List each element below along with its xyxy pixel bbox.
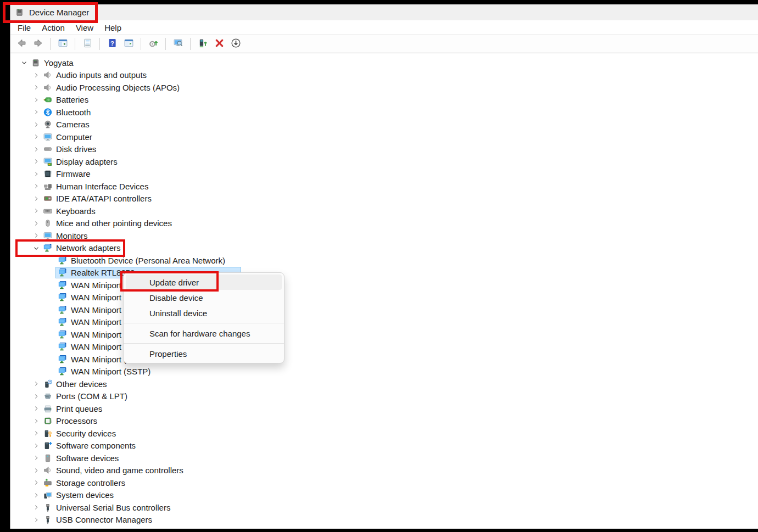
chevron-right-icon[interactable] (32, 516, 41, 524)
menu-file[interactable]: File (12, 22, 36, 33)
tree-item-processors[interactable]: Processors (10, 415, 758, 428)
tree-item-ide-ata-atapi-controllers[interactable]: IDE ATA/ATAPI controllers (10, 193, 758, 205)
chevron-right-icon[interactable] (32, 503, 41, 512)
chevron-right-icon[interactable] (32, 206, 41, 215)
tree-item-label: Yogyata (44, 58, 74, 68)
toolbar-update-driver-software-button[interactable] (146, 37, 160, 51)
tree-item-storage-controllers[interactable]: Storage controllers (10, 477, 758, 489)
toolbar-uninstall-device-button[interactable] (212, 37, 226, 51)
tree-item-software-devices[interactable]: Software devices (10, 452, 758, 464)
chevron-right-icon[interactable] (32, 466, 41, 475)
chevron-right-icon[interactable] (32, 157, 41, 166)
tree-item-keyboards[interactable]: Keyboards (10, 205, 758, 217)
tree-item-monitors[interactable]: Monitors (10, 229, 758, 242)
tree-item-security-devices[interactable]: Security devices (10, 427, 758, 440)
context-menu-item-scan-for-hardware-changes[interactable]: Scan for hardware changes (124, 326, 284, 341)
tree-item-firmware[interactable]: Firmware (10, 168, 758, 181)
chevron-right-icon[interactable] (32, 145, 41, 154)
toolbar-separator (190, 38, 191, 50)
chevron-right-icon[interactable] (32, 379, 41, 388)
tree-item-disk-drives[interactable]: Disk drives (10, 143, 758, 156)
context-menu-item-update-driver[interactable]: Update driver (126, 275, 282, 290)
network-icon (58, 305, 68, 315)
chevron-right-icon[interactable] (32, 132, 41, 141)
tree-item-ports-com-lpt[interactable]: Ports (COM & LPT) (10, 390, 758, 403)
tree-item-network-adapters[interactable]: Network adapters (10, 242, 758, 255)
chevron-right-icon[interactable] (32, 96, 41, 104)
menu-action[interactable]: Action (36, 22, 70, 33)
tree-item-other-devices[interactable]: ? Other devices (10, 378, 758, 390)
tree-item-batteries[interactable]: Batteries (10, 94, 758, 107)
tree-item-audio-inputs-and-outputs[interactable]: Audio inputs and outputs (10, 69, 758, 82)
tree-item-mice-and-other-pointing-devices[interactable]: Mice and other pointing devices (10, 217, 758, 230)
network-icon (58, 268, 68, 277)
uninstall-device-icon (214, 38, 225, 51)
toolbar-scan-for-hardware-changes-button[interactable] (171, 37, 185, 51)
keyboard-icon (43, 206, 53, 216)
chevron-down-icon[interactable] (32, 244, 41, 253)
tree-item-label: Network adapters (56, 243, 121, 253)
chevron-right-icon[interactable] (32, 392, 41, 401)
update-driver-software-icon (148, 38, 159, 51)
tree-item-software-components[interactable]: Software components (10, 440, 758, 452)
chevron-right-icon[interactable] (32, 194, 41, 203)
chevron-right-icon[interactable] (32, 120, 41, 129)
chevron-right-icon[interactable] (32, 71, 41, 80)
toolbar-forward-button[interactable] (31, 37, 45, 51)
context-menu-item-disable-device[interactable]: Disable device (124, 290, 284, 305)
tree-item-label: USB Connector Managers (56, 515, 152, 524)
tree-item-yogyata[interactable]: Yogyata (10, 57, 758, 69)
tree-item-label: Universal Serial Bus controllers (56, 503, 170, 512)
tree-item-human-interface-devices[interactable]: Human Interface Devices (10, 180, 758, 193)
tree-item-wan-miniport-sstp[interactable]: WAN Miniport (SSTP) (10, 366, 758, 378)
chevron-right-icon[interactable] (32, 108, 41, 116)
toolbar-help-button[interactable]: ? (105, 37, 119, 51)
toolbar-show-console-tree-button[interactable] (55, 37, 70, 51)
chevron-right-icon[interactable] (32, 441, 41, 450)
chevron-right-icon[interactable] (32, 429, 41, 438)
tree-item-label: Mice and other pointing devices (56, 219, 172, 228)
context-menu-item-uninstall-device[interactable]: Uninstall device (124, 305, 284, 321)
chevron-right-icon[interactable] (32, 170, 41, 178)
tree-item-label: Firmware (56, 169, 91, 178)
chevron-right-icon[interactable] (32, 231, 41, 240)
tree-item-usb-connector-managers[interactable]: USB Connector Managers (10, 514, 758, 527)
chevron-right-icon[interactable] (32, 491, 41, 500)
tree-item-label: Bluetooth Device (Personal Area Network) (71, 256, 225, 265)
chevron-right-icon[interactable] (32, 417, 41, 425)
hid-icon (43, 182, 53, 191)
tree-item-display-adapters[interactable]: Display adapters (10, 155, 758, 168)
tree-item-system-devices[interactable]: System devices (10, 489, 758, 502)
menu-view[interactable]: View (70, 22, 99, 33)
tree-item-universal-serial-bus-controllers[interactable]: Universal Serial Bus controllers (10, 501, 758, 514)
tree-item-bluetooth-device-personal-area-network[interactable]: Bluetooth Device (Personal Area Network) (10, 254, 758, 267)
toolbar-show-action-pane-button[interactable] (121, 37, 136, 51)
tree-item-label: Bluetooth (56, 108, 91, 117)
tree-item-computer[interactable]: Computer (10, 131, 758, 143)
chevron-right-icon[interactable] (32, 182, 41, 191)
show-action-pane-icon (124, 38, 134, 51)
context-menu-item-properties[interactable]: Properties (124, 346, 284, 361)
network-icon (58, 355, 68, 364)
menu-help[interactable]: Help (99, 22, 127, 33)
toolbar-back-button[interactable] (14, 37, 29, 51)
toolbar-properties-button[interactable] (80, 37, 94, 51)
tree-item-cameras[interactable]: Cameras (10, 119, 758, 131)
usb-icon (43, 515, 53, 524)
chevron-right-icon[interactable] (32, 453, 41, 462)
toolbar-update-device-driver-button[interactable] (196, 37, 210, 51)
toolbar-disable-device-button[interactable] (228, 37, 243, 51)
storage-controller-icon (43, 478, 53, 488)
network-icon (58, 293, 68, 302)
tree-item-sound-video-and-game-controllers[interactable]: Sound, video and game controllers (10, 464, 758, 477)
tree-item-label: WAN Miniport ( (71, 342, 126, 351)
chevron-right-icon[interactable] (32, 404, 41, 413)
chevron-right-icon[interactable] (32, 219, 41, 228)
tree-item-bluetooth[interactable]: Bluetooth (10, 106, 758, 119)
tree-item-print-queues[interactable]: Print queues (10, 402, 758, 415)
tree-item-label: Processors (56, 416, 97, 425)
chevron-right-icon[interactable] (32, 478, 41, 487)
tree-item-audio-processing-objects-apos[interactable]: Audio Processing Objects (APOs) (10, 81, 758, 94)
chevron-right-icon[interactable] (32, 83, 41, 92)
chevron-down-icon[interactable] (20, 58, 29, 67)
